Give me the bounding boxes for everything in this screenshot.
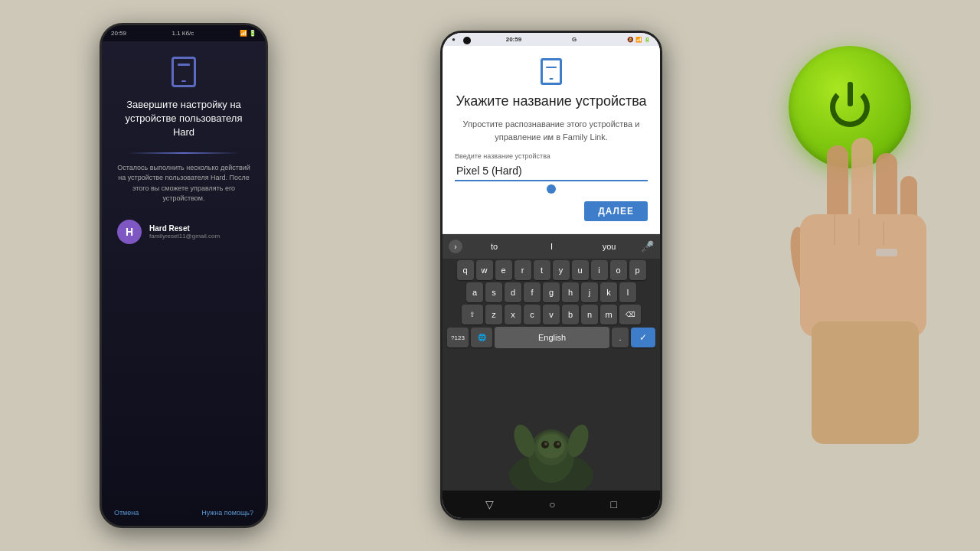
key-v[interactable]: v: [543, 305, 560, 324]
suggestion-expand[interactable]: ›: [449, 240, 462, 253]
key-m[interactable]: m: [600, 305, 617, 324]
right-status-icons: 🔕 📶 🔋: [627, 37, 651, 43]
key-r[interactable]: r: [514, 260, 531, 280]
suggestion-to[interactable]: to: [469, 242, 520, 251]
phone-left-screen: 20:59 1.1 Кб/с 📶 🔋 Завершите настройку н…: [102, 25, 266, 526]
help-button-left[interactable]: Нужна помощь?: [201, 509, 253, 517]
keyboard-row-1: q w e r t y u i o p: [446, 260, 657, 280]
key-w[interactable]: w: [476, 260, 493, 280]
numbers-key[interactable]: ?123: [447, 328, 469, 347]
left-bottom-buttons: Отмена Нужна помощь?: [102, 500, 266, 526]
left-phone-subtitle: Осталось выполнить несколько действий на…: [114, 163, 253, 204]
english-language-key[interactable]: English: [495, 327, 609, 348]
key-s[interactable]: s: [485, 282, 502, 302]
user-avatar: H: [117, 220, 142, 244]
right-status-left: ●: [452, 36, 456, 43]
cursor-indicator: [547, 184, 556, 194]
period-key[interactable]: .: [612, 328, 629, 347]
keyboard-row-4: ?123 🌐 English . ✓: [446, 327, 657, 348]
keyboard-area: › to I you 🎤: [443, 234, 660, 491]
status-icons-left: 📶 🔋: [240, 30, 256, 37]
power-line: [848, 82, 853, 106]
keyboard-row-2: a s d f g h j k l: [446, 282, 657, 302]
keyboard-rows: q w e r t y u i o p a s: [443, 259, 660, 491]
svg-point-3: [537, 434, 565, 458]
key-x[interactable]: x: [505, 305, 521, 324]
keyboard-background-image: [498, 414, 605, 491]
keyboard-row-3: ⇧ z x c v b n m ⌫: [446, 305, 657, 324]
app-button-row: ДАЛЕЕ: [455, 201, 648, 221]
cancel-button-left[interactable]: Отмена: [114, 509, 139, 517]
user-email: familyreset11@gmail.com: [149, 233, 220, 240]
user-info: Hard Reset familyreset11@gmail.com: [149, 224, 220, 240]
suggestion-i[interactable]: I: [526, 242, 577, 251]
tablet-icon-left: [172, 57, 196, 87]
camera-punch-hole: [463, 37, 471, 44]
key-a[interactable]: a: [466, 282, 483, 302]
status-time-left: 20:59: [111, 30, 126, 37]
key-f[interactable]: f: [524, 282, 541, 302]
svg-rect-16: [812, 321, 919, 444]
device-name-input[interactable]: [455, 161, 648, 181]
status-info-left: 1.1 Кб/с: [172, 30, 194, 37]
left-phone-title: Завершите настройку на устройстве пользо…: [114, 98, 253, 140]
backspace-key[interactable]: ⌫: [619, 305, 641, 324]
key-y[interactable]: y: [553, 260, 570, 280]
hand-overlay: [735, 138, 949, 444]
key-c[interactable]: c: [524, 305, 541, 324]
right-status-carrier: G: [572, 36, 577, 43]
language-key[interactable]: 🌐: [471, 328, 492, 347]
svg-point-9: [557, 442, 560, 445]
power-symbol: [823, 80, 877, 134]
key-l[interactable]: l: [619, 282, 636, 302]
key-p[interactable]: p: [629, 260, 646, 280]
phone-right-status-bar: ● 20:59 G 🔕 📶 🔋: [443, 33, 660, 46]
key-k[interactable]: k: [600, 282, 617, 302]
phone-left: 20:59 1.1 Кб/с 📶 🔋 Завершите настройку н…: [100, 23, 268, 528]
next-button[interactable]: ДАЛЕЕ: [584, 201, 648, 221]
right-status-time: 20:59: [506, 36, 521, 43]
recents-button[interactable]: □: [611, 498, 617, 510]
key-d[interactable]: d: [505, 282, 521, 302]
back-button[interactable]: ▽: [485, 498, 494, 510]
key-o[interactable]: o: [610, 260, 627, 280]
left-divider: [128, 152, 240, 154]
key-z[interactable]: z: [485, 305, 502, 324]
app-title: Укажите название устройства: [455, 93, 648, 110]
key-t[interactable]: t: [534, 260, 550, 280]
app-subtitle: Упростите распознавание этого устройства…: [455, 118, 648, 143]
phone-right: ● 20:59 G 🔕 📶 🔋 Укажите название устройс…: [440, 31, 662, 520]
mic-icon[interactable]: 🎤: [641, 240, 654, 253]
suggestion-you[interactable]: you: [583, 242, 635, 251]
svg-rect-20: [876, 249, 897, 256]
phone-left-status-bar: 20:59 1.1 Кб/с 📶 🔋: [102, 25, 266, 41]
key-i[interactable]: i: [591, 260, 608, 280]
key-u[interactable]: u: [572, 260, 589, 280]
user-name: Hard Reset: [149, 224, 220, 233]
hand-svg: [735, 138, 949, 444]
enter-key[interactable]: ✓: [631, 328, 655, 347]
keyboard-suggestions: › to I you 🎤: [443, 234, 660, 259]
key-q[interactable]: q: [457, 260, 474, 280]
key-g[interactable]: g: [543, 282, 560, 302]
key-j[interactable]: j: [581, 282, 598, 302]
phone-right-app: Укажите название устройства Упростите ра…: [443, 46, 660, 234]
phone-right-screen: ● 20:59 G 🔕 📶 🔋 Укажите название устройс…: [443, 33, 660, 518]
key-e[interactable]: e: [495, 260, 512, 280]
input-label: Введите название устройства: [455, 152, 648, 160]
input-wrapper: [455, 161, 648, 189]
home-button[interactable]: ○: [549, 498, 555, 510]
shift-key[interactable]: ⇧: [462, 305, 483, 324]
key-b[interactable]: b: [562, 305, 579, 324]
key-h[interactable]: h: [562, 282, 579, 302]
phone-left-content: Завершите настройку на устройстве пользо…: [102, 41, 266, 500]
key-n[interactable]: n: [581, 305, 598, 324]
svg-rect-15: [800, 214, 926, 337]
user-card: H Hard Reset familyreset11@gmail.com: [114, 220, 253, 244]
svg-point-8: [544, 442, 547, 445]
nav-bar: ▽ ○ □: [443, 491, 660, 518]
